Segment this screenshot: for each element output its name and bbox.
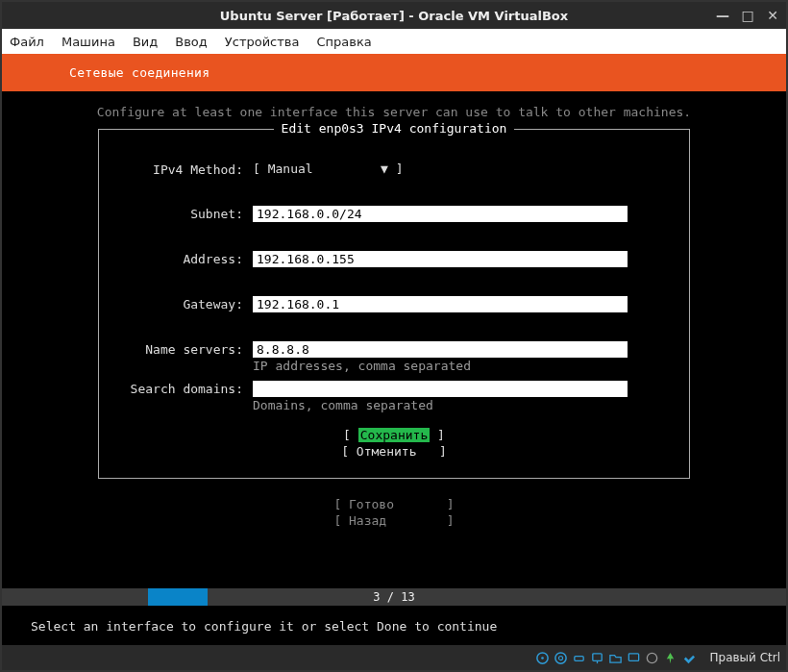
menubar: Файл Машина Вид Ввод Устройства Справка: [2, 29, 786, 54]
hostkey-indicator: Правый Ctrl: [709, 651, 780, 664]
subnet-label: Subnet:: [118, 206, 253, 221]
address-label: Address:: [118, 251, 253, 266]
menu-view[interactable]: Вид: [133, 35, 158, 49]
gateway-input[interactable]: 192.168.0.1: [253, 296, 628, 312]
minimize-button[interactable]: —: [715, 8, 730, 23]
keyboard-icon: [681, 651, 696, 665]
nameservers-input[interactable]: 8.8.8.8: [253, 341, 628, 358]
ipv4-config-panel: Edit enp0s3 IPv4 configuration IPv4 Meth…: [98, 129, 690, 479]
searchdomains-input[interactable]: [253, 381, 628, 397]
searchdomains-help: Domains, comma separated: [253, 398, 670, 412]
save-button[interactable]: [ Сохранить ]: [118, 428, 670, 444]
progress-text: 3 / 13: [373, 590, 414, 604]
method-select[interactable]: [ Manual ▼ ]: [253, 162, 670, 176]
nameservers-help: IP addresses, comma separated: [253, 359, 670, 373]
harddisk-icon: [535, 651, 550, 665]
svg-point-8: [648, 653, 657, 662]
cancel-button[interactable]: [ Отменить ]: [118, 444, 670, 460]
optical-icon: [554, 651, 568, 665]
shared-folder-icon: [608, 651, 623, 665]
maximize-button[interactable]: □: [740, 8, 755, 23]
svg-rect-4: [575, 656, 583, 660]
window-titlebar: Ubuntu Server [Работает] - Oracle VM Vir…: [2, 2, 786, 29]
progress-fill: [148, 588, 208, 606]
menu-machine[interactable]: Машина: [62, 35, 115, 49]
guest-screen[interactable]: Сетевые соединения Configure at least on…: [2, 54, 786, 645]
searchdomains-label: Search domains:: [118, 381, 253, 396]
gateway-label: Gateway:: [118, 296, 253, 311]
nameservers-label: Name servers:: [118, 341, 253, 357]
menu-devices[interactable]: Устройства: [225, 35, 300, 49]
svg-point-3: [559, 656, 563, 660]
method-label: IPv4 Method:: [118, 162, 253, 177]
display-icon: [627, 651, 641, 665]
network-icon: [590, 651, 604, 665]
installer-header: Сетевые соединения: [2, 54, 786, 91]
address-input[interactable]: 192.168.0.155: [253, 251, 628, 267]
progress-bar: 3 / 13: [2, 588, 786, 606]
virtualbox-statusbar: Правый Ctrl: [2, 645, 786, 670]
window-title: Ubuntu Server [Работает] - Oracle VM Vir…: [220, 9, 568, 23]
menu-help[interactable]: Справка: [316, 35, 371, 49]
bottom-instruction: Select an interface to configure it or s…: [2, 606, 786, 645]
done-button[interactable]: [ Готово ]: [2, 496, 786, 513]
subnet-input[interactable]: 192.168.0.0/24: [253, 206, 628, 222]
usb-icon: [572, 651, 586, 665]
close-button[interactable]: ✕: [765, 8, 780, 23]
menu-file[interactable]: Файл: [10, 35, 44, 49]
panel-title: Edit enp0s3 IPv4 configuration: [274, 121, 515, 136]
recording-icon: [645, 651, 659, 665]
svg-rect-7: [629, 653, 639, 660]
back-button[interactable]: [ Назад ]: [2, 512, 786, 530]
menu-input[interactable]: Ввод: [175, 35, 208, 49]
mouse-integration-icon: [663, 651, 677, 665]
installer-title: Сетевые соединения: [69, 65, 209, 80]
svg-point-2: [555, 652, 566, 662]
svg-rect-5: [593, 653, 602, 660]
svg-point-1: [542, 657, 545, 660]
